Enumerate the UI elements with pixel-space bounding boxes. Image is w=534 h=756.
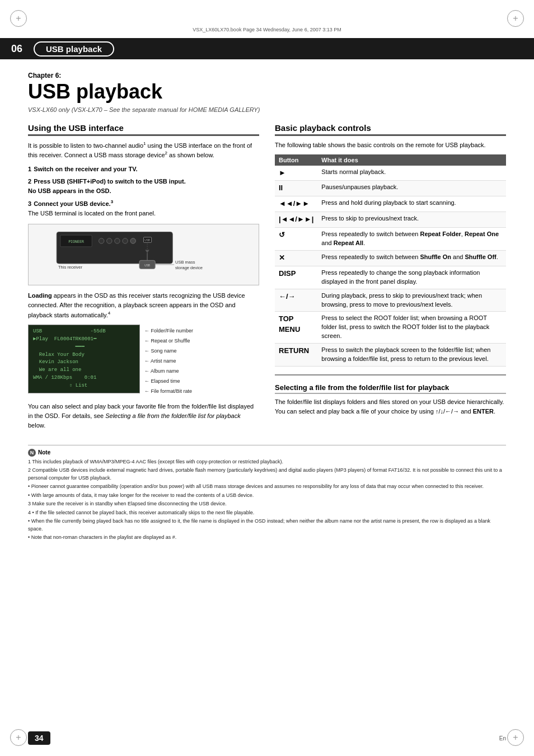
annotation-artist: ← Artist name (144, 356, 193, 366)
svg-text:storage device: storage device (175, 265, 203, 270)
right-column: Basic playback controls The following ta… (275, 123, 506, 435)
table-row: |◄◄/►►|Press to skip to previous/next tr… (275, 212, 506, 228)
table-row: IIPauses/unpauses playback. (275, 181, 506, 196)
steps-list: 1Switch on the receiver and your TV. 2Pr… (28, 165, 259, 218)
button-cell: ↺ (275, 228, 317, 251)
page-number: 34 (28, 731, 50, 745)
osd-screen: USB -55dB ►Play FL0004TRK0001━ ━━━ Relax… (28, 325, 140, 394)
right-section-heading: Basic playback controls (275, 123, 506, 136)
svg-text:This receiver: This receiver (58, 265, 83, 270)
svg-point-7 (130, 238, 135, 243)
annotation-repeat: ← Repeat or Shuffle (144, 336, 193, 346)
table-row: DISPPress repeatedly to change the song … (275, 266, 506, 289)
left-intro: It is possible to listen to two-channel … (28, 140, 259, 160)
desc-cell: Press repeatedly to switch between Shuff… (317, 250, 506, 266)
notes-area: N Note 1 This includes playback of WMA/M… (28, 445, 506, 542)
selecting-text: The folder/file list displays folders an… (275, 397, 506, 416)
selecting-heading: Selecting a file from the folder/file li… (275, 383, 506, 394)
note-item: 2 Compatible USB devices include externa… (28, 467, 506, 482)
svg-text:PIONEER: PIONEER (68, 240, 84, 244)
reg-mark-tr (507, 10, 524, 27)
footer: 34 En (28, 731, 506, 745)
left-column: Using the USB interface It is possible t… (28, 123, 259, 435)
chapter-label: Chapter 6: (28, 72, 506, 79)
loading-text: Loading appears in the OSD as this recei… (28, 291, 259, 320)
desc-cell: Press and hold during playback to start … (317, 196, 506, 212)
annotation-elapsed: ← Elapsed time (144, 376, 193, 386)
note-item: • Note that non-roman characters in the … (28, 534, 506, 542)
right-intro: The following table shows the basic cont… (275, 140, 506, 150)
after-osd-text: You can also select and play back your f… (28, 402, 259, 430)
left-section-heading: Using the USB interface (28, 123, 259, 136)
osd-diagram: USB -55dB ►Play FL0004TRK0001━ ━━━ Relax… (28, 325, 259, 396)
reg-mark-br (507, 729, 524, 746)
svg-point-3 (99, 238, 104, 243)
table-row: ↺Press repeatedly to switch between Repe… (275, 228, 506, 251)
svg-point-4 (107, 238, 112, 243)
controls-table: Button What it does ►Starts normal playb… (275, 154, 506, 367)
svg-text:USB mass: USB mass (175, 260, 195, 265)
table-row: RETURNPress to switch the playback scree… (275, 344, 506, 367)
svg-text:USB: USB (144, 239, 150, 242)
chapter-num: 06 (11, 43, 22, 55)
button-cell: RETURN (275, 344, 317, 367)
file-info-text: VSX_LX60LX70.book Page 34 Wednesday, Jun… (193, 27, 341, 32)
note-item: 1 This includes playback of WMA/MP3/MPEG… (28, 458, 506, 466)
step-2: 2Press USB (SHIFT+iPod) to switch to the… (28, 177, 259, 196)
button-cell: DISP (275, 266, 317, 289)
desc-cell: Press to skip to previous/next track. (317, 212, 506, 228)
col-button: Button (275, 154, 317, 166)
button-cell: II (275, 181, 317, 196)
note-item: • Pioneer cannot guarantee compatibility… (28, 483, 506, 491)
svg-text:USB: USB (144, 264, 150, 267)
receiver-image-area: PIONEER USB USB (28, 224, 259, 285)
button-cell: ←/→ (275, 289, 317, 312)
table-row: ►Starts normal playback. (275, 166, 506, 181)
header-band: 06 USB playback (0, 38, 534, 59)
desc-cell: Pauses/unpauses playback. (317, 181, 506, 196)
col-what: What it does (317, 154, 506, 166)
receiver-svg: PIONEER USB USB (33, 228, 254, 273)
page-title: USB playback (28, 81, 506, 103)
desc-cell: During playback, press to skip to previo… (317, 289, 506, 312)
note-label: N Note (28, 449, 506, 457)
table-row: ✕Press repeatedly to switch between Shuf… (275, 250, 506, 266)
table-row: ◄◄/►►Press and hold during playback to s… (275, 196, 506, 212)
button-cell: ◄◄/►► (275, 196, 317, 212)
desc-cell: Starts normal playback. (317, 166, 506, 181)
file-info-bar: VSX_LX60LX70.book Page 34 Wednesday, Jun… (45, 27, 489, 32)
annotation-format: ← File format/Bit rate (144, 386, 193, 396)
subtitle: VSX-LX60 only (VSX-LX70 – See the separa… (28, 106, 506, 113)
header-title: USB playback (34, 41, 114, 57)
note-item: • With large amounts of data, it may tak… (28, 492, 506, 500)
two-col-layout: Using the USB interface It is possible t… (28, 123, 506, 435)
desc-cell: Press to select the ROOT folder list; wh… (317, 312, 506, 344)
notes-text: 1 This includes playback of WMA/MP3/MPEG… (28, 458, 506, 542)
button-cell: ► (275, 166, 317, 181)
annotation-folder: ← Folder/File number (144, 326, 193, 336)
footer-lang: En (499, 735, 506, 741)
annotation-song: ← Song name (144, 346, 193, 356)
main-content: Chapter 6: USB playback VSX-LX60 only (V… (28, 60, 506, 722)
svg-point-5 (115, 238, 120, 243)
note-item: 3 Make sure the receiver is in standby w… (28, 500, 506, 508)
reg-mark-tl (10, 10, 27, 27)
table-row: TOP MENUPress to select the ROOT folder … (275, 312, 506, 344)
desc-cell: Press repeatedly to change the song play… (317, 266, 506, 289)
button-cell: ✕ (275, 250, 317, 266)
note-icon: N (28, 449, 36, 457)
desc-cell: Press to switch the playback screen to t… (317, 344, 506, 367)
button-cell: |◄◄/►►| (275, 212, 317, 228)
note-item: 4 • If the file selected cannot be playe… (28, 509, 506, 517)
table-row: ←/→During playback, press to skip to pre… (275, 289, 506, 312)
button-cell: TOP MENU (275, 312, 317, 344)
reg-mark-bl (10, 729, 27, 746)
section-divider (275, 374, 506, 375)
step-1: 1Switch on the receiver and your TV. (28, 165, 259, 174)
desc-cell: Press repeatedly to switch between Repea… (317, 228, 506, 251)
svg-point-6 (123, 238, 128, 243)
annotation-album: ← Album name (144, 366, 193, 376)
step-3: 3Connect your USB device.3 The USB termi… (28, 199, 259, 218)
note-item: • When the file currently being played b… (28, 518, 506, 533)
